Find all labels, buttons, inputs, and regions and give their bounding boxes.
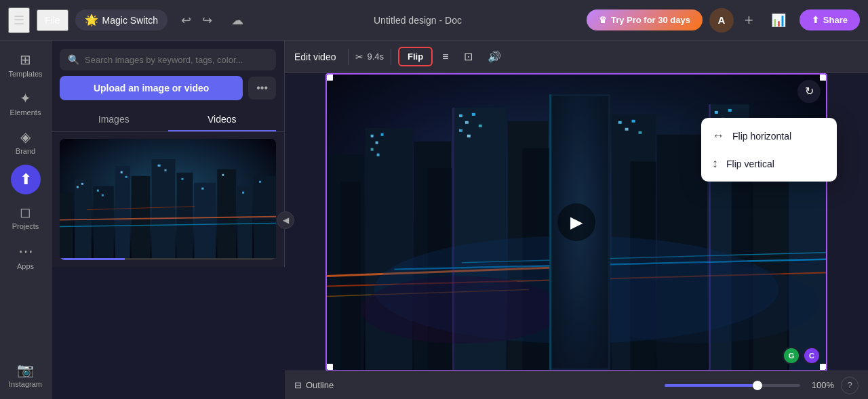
svg-rect-20 (125, 176, 127, 178)
more-options-button[interactable]: ••• (248, 77, 276, 100)
svg-rect-7 (176, 173, 193, 261)
sidebar-item-instagram[interactable]: 📷 Instagram (3, 356, 49, 394)
svg-rect-76 (639, 131, 642, 133)
svg-rect-24 (201, 188, 203, 190)
file-button[interactable]: File (37, 9, 68, 31)
svg-rect-26 (242, 192, 244, 194)
video-progress-fill (60, 258, 125, 260)
upload-button[interactable]: Upload an image or video (60, 76, 243, 100)
sidebar-item-projects[interactable]: ◻ Projects (3, 198, 49, 236)
sidebar-item-templates[interactable]: ⊞ Templates (3, 46, 49, 83)
sidebar-item-elements[interactable]: ✦ Elements (3, 85, 49, 122)
sidebar-item-brand[interactable]: ◈ Brand (3, 123, 49, 161)
editor-area: Edit video ✂ 9.4s Flip ≡ ⊡ 🔊 ↔ Flip hori… (285, 41, 868, 399)
collaborator-avatar-2: C (803, 347, 821, 364)
toolbar-separator-1 (348, 49, 349, 65)
corner-handle-tl[interactable] (326, 74, 333, 81)
svg-rect-16 (81, 183, 83, 185)
hide-panel-button[interactable]: ◀ (277, 211, 294, 229)
redo-button[interactable]: ↪ (198, 10, 216, 30)
collaborator-avatars: G C (783, 347, 821, 364)
svg-rect-84 (452, 107, 454, 369)
brand-icon: ◈ (20, 129, 31, 145)
search-bar: 🔍 (52, 41, 284, 76)
upload-button-wrap: Upload an image or video ••• (52, 76, 284, 107)
undo-button[interactable]: ↩ (177, 10, 195, 30)
flip-horizontal-item[interactable]: ↔ Flip horizontal (701, 122, 837, 150)
svg-rect-8 (194, 183, 216, 261)
help-button[interactable]: ? (841, 377, 859, 394)
sidebar-item-label-templates: Templates (8, 70, 42, 78)
sidebar-item-label-elements: Elements (10, 108, 41, 117)
search-input[interactable] (85, 55, 268, 65)
search-icon: 🔍 (68, 54, 79, 65)
sidebar-item-upload[interactable]: ⬆ (11, 165, 41, 194)
rotate-button[interactable]: ↻ (797, 80, 821, 103)
magic-switch-button[interactable]: 🌟 Magic Switch (75, 9, 167, 30)
sidebar-item-apps[interactable]: ⋯ Apps (3, 237, 49, 276)
svg-rect-58 (371, 148, 374, 150)
magic-icon: 🌟 (85, 14, 98, 26)
duration-value: 9.4s (367, 51, 384, 62)
share-button[interactable]: ⬆ Share (800, 9, 860, 30)
corner-handle-tr[interactable] (820, 74, 827, 81)
svg-rect-9 (217, 169, 236, 261)
svg-rect-15 (77, 186, 79, 188)
svg-point-54 (576, 262, 819, 343)
flip-button[interactable]: Flip (398, 47, 433, 66)
elements-icon: ✦ (20, 90, 31, 106)
svg-point-53 (361, 276, 563, 343)
corner-handle-bl[interactable] (326, 364, 333, 371)
svg-rect-73 (618, 121, 622, 123)
panel-wrapper: 🔍 Upload an image or video ••• Images Vi… (52, 41, 285, 399)
svg-rect-75 (632, 119, 635, 122)
document-title: Untitled design - Doc (256, 15, 580, 26)
menu-lines-button[interactable]: ≡ (437, 47, 454, 67)
svg-rect-60 (459, 114, 462, 117)
instagram-icon: 📷 (17, 362, 34, 378)
svg-rect-6 (152, 159, 176, 261)
svg-rect-77 (715, 110, 718, 113)
upload-icon: ⬆ (20, 171, 32, 188)
tab-videos[interactable]: Videos (168, 107, 277, 131)
crown-icon: ♛ (599, 15, 607, 25)
sidebar-item-label-apps: Apps (17, 262, 34, 270)
avatar[interactable]: A (709, 8, 734, 33)
video-thumbnail[interactable] (60, 139, 276, 260)
svg-rect-11 (254, 176, 276, 261)
svg-rect-74 (625, 127, 629, 130)
video-progress-bar (60, 258, 276, 260)
flip-horizontal-label: Flip horizontal (732, 131, 791, 142)
menu-icon[interactable]: ☰ (8, 7, 30, 33)
sidebar-item-label-instagram: Instagram (9, 380, 42, 388)
svg-rect-61 (465, 121, 469, 123)
duration-badge: ✂ 9.4s (355, 51, 384, 62)
media-grid (52, 132, 284, 267)
svg-rect-23 (181, 178, 183, 180)
trim-button[interactable]: ⊡ (458, 46, 478, 67)
svg-rect-3 (94, 186, 114, 261)
svg-rect-17 (97, 190, 99, 192)
flip-vertical-item[interactable]: ↕ Flip vertical (701, 150, 837, 177)
svg-rect-85 (549, 94, 551, 370)
play-button[interactable]: ▶ (557, 203, 595, 241)
cloud-save-button[interactable]: ☁ (226, 10, 249, 30)
outline-button[interactable]: ⊟ Outline (294, 380, 334, 390)
svg-rect-64 (459, 129, 462, 131)
flip-dropdown-menu: ↔ Flip horizontal ↕ Flip vertical (701, 118, 837, 182)
svg-rect-4 (115, 166, 130, 261)
media-tabs: Images Videos (52, 107, 284, 132)
flip-horizontal-icon: ↔ (712, 129, 724, 143)
outline-icon: ⊟ (294, 380, 302, 390)
sidebar-item-label-brand: Brand (16, 147, 35, 155)
tab-images[interactable]: Images (60, 107, 168, 131)
corner-handle-br[interactable] (820, 364, 827, 371)
try-pro-label: Try Pro for 30 days (611, 15, 690, 25)
outline-label: Outline (306, 380, 334, 390)
add-collaborator-button[interactable]: + (741, 9, 757, 32)
bottom-bar: ⊟ Outline 100% ? (285, 371, 868, 399)
analytics-button[interactable]: 📊 (764, 10, 793, 30)
zoom-slider[interactable] (665, 384, 800, 387)
try-pro-button[interactable]: ♛ Try Pro for 30 days (587, 9, 703, 30)
audio-button[interactable]: 🔊 (482, 46, 507, 67)
